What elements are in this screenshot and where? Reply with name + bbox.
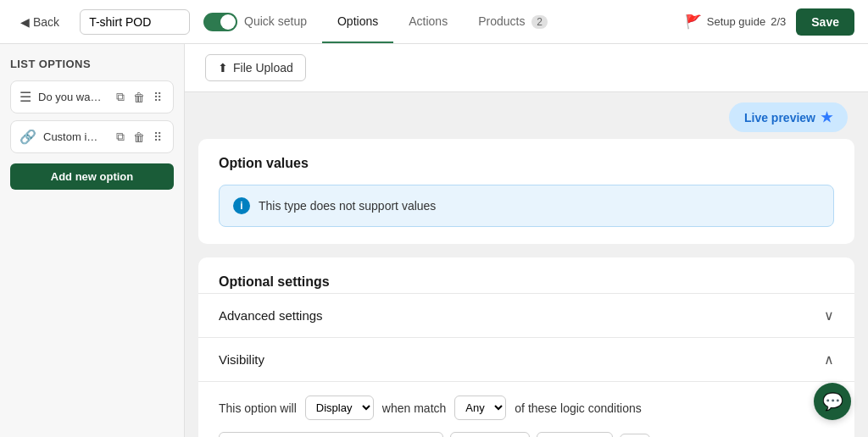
chat-bubble[interactable]: 💬 [814, 383, 851, 420]
back-label: Back [33, 15, 59, 29]
delete-button-2[interactable]: 🗑 [131, 129, 147, 146]
optional-settings-section: Optional settings Advanced settings ∨ Vi… [198, 257, 854, 437]
file-upload-button[interactable]: ⬆ File Upload [205, 54, 306, 81]
list-item: ☰ Do you want ... ⧉ 🗑 ⠿ [10, 80, 174, 113]
logic-condition-row: Do you want Print On Demand option? Is I… [219, 432, 834, 437]
visibility-header[interactable]: Visibility ∧ [198, 337, 854, 381]
drag-button-2[interactable]: ⠿ [151, 129, 164, 146]
file-upload-strip: ⬆ File Upload [185, 44, 868, 92]
sidebar-title: List options [10, 58, 174, 70]
optional-settings-title: Optional settings [198, 257, 854, 293]
setup-guide: 🚩 Setup guide 2/3 [685, 14, 786, 30]
option-label-1: Do you want ... [38, 91, 107, 103]
option-label-2: Custom imag... [43, 130, 107, 143]
sidebar: List options ☰ Do you want ... ⧉ 🗑 ⠿ 🔗 C… [0, 44, 185, 437]
option-values-title: Option values [219, 156, 834, 171]
star-icon: ★ [821, 109, 832, 125]
drag-button-1[interactable]: ⠿ [151, 89, 164, 106]
when-match-text: when match [382, 401, 446, 415]
flag-icon: 🚩 [685, 14, 702, 30]
content-area: ⬆ File Upload Live preview ★ Option valu… [185, 44, 868, 437]
option-actions-1: ⧉ 🗑 ⠿ [114, 88, 164, 106]
info-box: i This type does not support values [219, 185, 834, 227]
visibility-label: Visibility [219, 352, 264, 367]
info-icon: i [233, 197, 250, 214]
tab-options[interactable]: Options [322, 1, 393, 43]
chevron-down-icon: ∨ [824, 307, 834, 324]
option-values-section: Option values i This type does not suppo… [198, 139, 854, 244]
chat-icon: 💬 [822, 391, 843, 412]
list-icon: ☰ [19, 89, 31, 105]
any-select[interactable]: Any All [454, 396, 506, 420]
condition-select[interactable]: Do you want Print On Demand option? [219, 432, 443, 437]
operator-select[interactable]: Is Is not Contains [450, 432, 530, 437]
save-button[interactable]: Save [796, 8, 854, 36]
top-nav: ◀ Back Quick setup Options Actions Produ… [0, 0, 868, 44]
advanced-settings-header[interactable]: Advanced settings ∨ [198, 293, 854, 337]
main-layout: List options ☰ Do you want ... ⧉ 🗑 ⠿ 🔗 C… [0, 44, 868, 437]
this-option-will-text: This option will [219, 401, 297, 415]
visibility-condition-row: This option will Display Hide when match… [219, 396, 834, 420]
store-name-input[interactable] [80, 9, 190, 35]
option-actions-2: ⧉ 🗑 ⠿ [114, 128, 164, 146]
tab-products[interactable]: Products 2 [463, 1, 563, 43]
link-icon: 🔗 [19, 129, 36, 145]
upload-icon: ⬆ [218, 61, 228, 75]
tab-actions[interactable]: Actions [393, 1, 463, 43]
chevron-up-icon: ∧ [824, 351, 834, 368]
top-right-area: 🚩 Setup guide 2/3 Save [685, 8, 854, 36]
back-button[interactable]: ◀ Back [14, 12, 66, 32]
live-preview-label: Live preview [744, 111, 815, 124]
nav-tabs: Quick setup Options Actions Products 2 [229, 1, 563, 43]
live-preview-area: Live preview ★ [185, 92, 868, 139]
copy-button-2[interactable]: ⧉ [114, 128, 127, 146]
tab-quick-setup[interactable]: Quick setup [229, 1, 322, 43]
back-arrow-icon: ◀ [20, 15, 30, 29]
of-these-logic-text: of these logic conditions [515, 401, 641, 415]
live-preview-button[interactable]: Live preview ★ [729, 102, 848, 132]
delete-logic-button[interactable]: 🗑 [620, 434, 650, 438]
delete-button-1[interactable]: 🗑 [131, 89, 147, 106]
copy-button-1[interactable]: ⧉ [114, 88, 127, 106]
file-upload-label: File Upload [233, 61, 293, 75]
list-item: 🔗 Custom imag... ⧉ 🗑 ⠿ [10, 120, 174, 153]
add-new-option-button[interactable]: Add new option [10, 163, 174, 190]
products-badge: 2 [531, 15, 548, 29]
display-select[interactable]: Display Hide [305, 396, 374, 420]
advanced-settings-label: Advanced settings [219, 308, 323, 323]
info-message: This type does not support values [259, 199, 436, 213]
visibility-body: This option will Display Hide when match… [198, 381, 854, 437]
value-select[interactable]: Yes No [537, 432, 613, 437]
